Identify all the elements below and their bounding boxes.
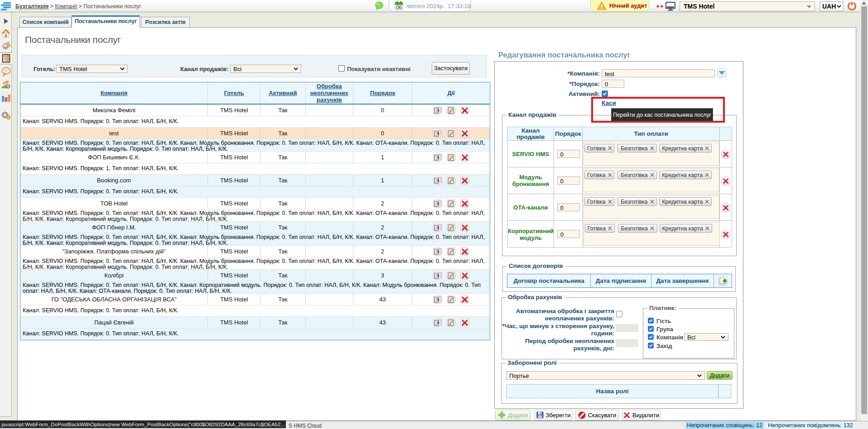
svg-text:06: 06 (396, 5, 401, 10)
